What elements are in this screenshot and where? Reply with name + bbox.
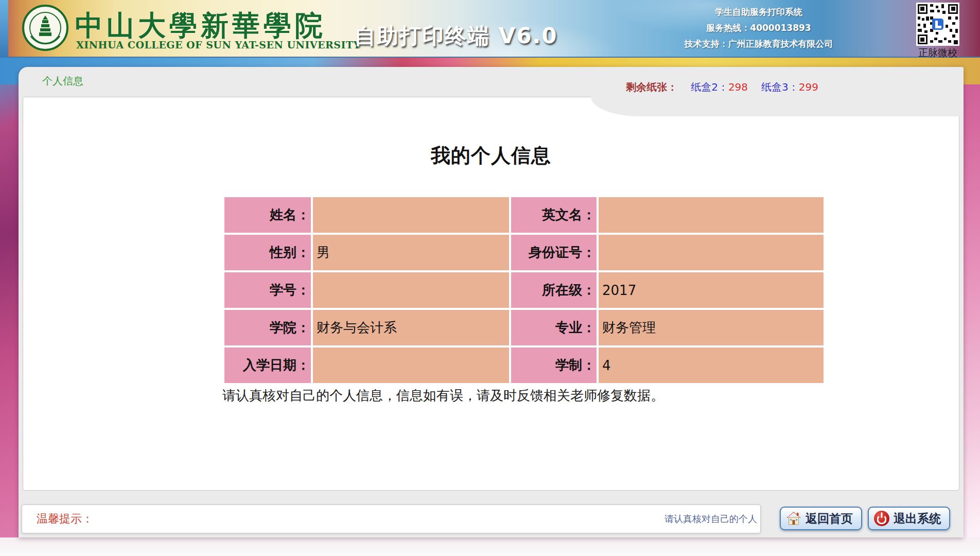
app-window: 中山大學新華學院 XINHUA COLLEGE OF SUN YAT-SEN U… <box>0 0 980 556</box>
field-value-id-number <box>599 235 824 270</box>
field-value-study-length: 4 <box>599 348 824 383</box>
field-value-grade: 2017 <box>599 272 824 308</box>
header-info-block: 学生自助服务打印系统 服务热线：4000013893 技术支持：广州正脉教育技术… <box>661 4 856 52</box>
tray3-count: 299 <box>799 81 818 93</box>
field-value-gender: 男 <box>313 235 509 270</box>
field-label-id-number: 身份证号： <box>511 235 597 270</box>
field-value-college: 财务与会计系 <box>313 310 509 345</box>
service-hotline: 服务热线：4000013893 <box>661 20 856 36</box>
header-edge-strip <box>0 0 8 58</box>
table-row: 姓名： 英文名： <box>224 197 824 233</box>
field-label-gender: 性别： <box>224 235 311 270</box>
tab-personal-info[interactable]: 个人信息 <box>42 74 83 88</box>
field-label-college: 学院： <box>224 310 311 345</box>
page-title: 我的个人信息 <box>23 143 959 169</box>
tip-bar: 温馨提示： 请认真核对自己的个人 <box>22 505 761 533</box>
tip-label: 温馨提示： <box>37 505 93 533</box>
university-name-en: XINHUA COLLEGE OF SUN YAT-SEN UNIVERSITY <box>76 39 361 50</box>
table-row: 学号： 所在级： 2017 <box>224 272 824 308</box>
tip-marquee-text: 请认真核对自己的个人 <box>664 505 757 533</box>
background-bottom <box>0 537 980 556</box>
app-title: 自助打印终端 V6.0 <box>354 22 558 50</box>
verify-note: 请认真核对自己的个人信息，信息如有误，请及时反馈相关老师修复数据。 <box>222 387 664 405</box>
field-value-name <box>313 197 509 233</box>
tray2-label: 纸盒2： <box>691 81 728 93</box>
field-label-grade: 所在级： <box>511 272 597 308</box>
system-name: 学生自助服务打印系统 <box>661 4 856 20</box>
tech-support: 技术支持：广州正脉教育技术有限公司 <box>661 36 856 52</box>
footer-buttons: 返回首页 退出系统 <box>780 507 950 530</box>
home-button-label: 返回首页 <box>806 511 853 527</box>
personal-info-table: 姓名： 英文名： 性别： 男 身份证号： 学号： 所在级： <box>222 195 826 385</box>
exit-button-label: 退出系统 <box>894 511 941 527</box>
field-label-name: 姓名： <box>224 197 311 233</box>
home-icon <box>786 511 801 526</box>
qr-code <box>916 3 959 46</box>
content-box-curve <box>591 97 959 116</box>
power-icon <box>874 511 889 526</box>
field-value-enroll-date <box>313 348 509 383</box>
paper-status: 剩余纸张： 纸盒2：298 纸盒3：299 <box>626 80 818 94</box>
qr-caption: 正脉微校 <box>916 46 959 60</box>
field-value-student-no <box>313 272 509 308</box>
table-row: 学院： 财务与会计系 专业： 财务管理 <box>224 310 824 345</box>
home-button[interactable]: 返回首页 <box>780 507 862 530</box>
qr-code-block: 正脉微校 <box>916 3 959 60</box>
paper-tray3: 纸盒3：299 <box>761 80 818 94</box>
tray2-count: 298 <box>728 81 748 93</box>
table-row: 性别： 男 身份证号： <box>224 235 824 270</box>
table-row: 入学日期： 学制： 4 <box>224 348 824 383</box>
tray3-label: 纸盒3： <box>761 81 799 93</box>
content-box: 我的个人信息 姓名： 英文名： 性别： 男 身份证号： <box>23 97 959 491</box>
field-value-english-name <box>599 197 824 233</box>
paper-tray2: 纸盒2：298 <box>691 80 748 94</box>
field-label-english-name: 英文名： <box>511 197 597 233</box>
university-seal-icon <box>22 4 69 54</box>
header-banner: 中山大學新華學院 XINHUA COLLEGE OF SUN YAT-SEN U… <box>0 0 980 58</box>
field-label-study-length: 学制： <box>511 348 597 383</box>
field-label-student-no: 学号： <box>224 272 311 308</box>
exit-button[interactable]: 退出系统 <box>868 507 950 530</box>
field-label-enroll-date: 入学日期： <box>224 348 311 383</box>
field-value-major: 财务管理 <box>599 310 824 345</box>
paper-remaining-label: 剩余纸张： <box>626 80 677 94</box>
main-panel: 个人信息 剩余纸张： 纸盒2：298 纸盒3：299 我的个人信息 姓名： 英文… <box>19 67 964 537</box>
field-label-major: 专业： <box>511 310 597 345</box>
